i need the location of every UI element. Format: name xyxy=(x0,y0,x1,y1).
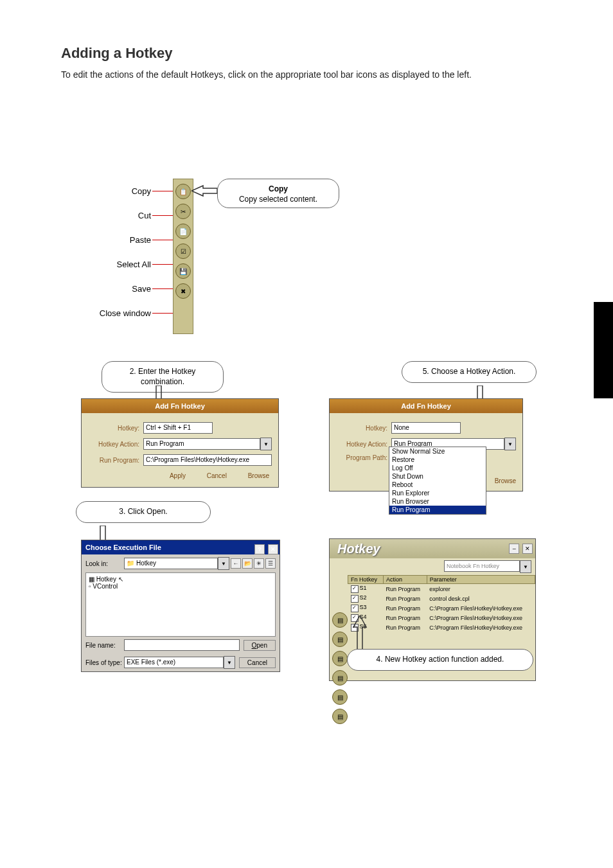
action-field[interactable]: Run Program xyxy=(143,438,260,450)
side-icon[interactable]: ▤ xyxy=(332,689,348,705)
dialog-title: Choose Execution File ? ✕ xyxy=(82,540,280,554)
filetype-label: Files of type: xyxy=(85,659,124,666)
table-row[interactable]: ✓S3Run ProgramC:\Program Files\Hotkey\Ho… xyxy=(348,603,535,613)
browse-button[interactable]: Browse xyxy=(495,477,516,484)
dropdown-option[interactable]: Reboot xyxy=(389,481,486,489)
checkbox-icon[interactable]: ✓ xyxy=(351,595,359,603)
side-icon[interactable]: ▤ xyxy=(332,651,348,666)
filetype-dropdown-icon[interactable]: ▼ xyxy=(224,656,235,669)
close-icon[interactable]: ✕ xyxy=(268,544,278,554)
runprogram-field[interactable]: C:\Program Files\Hotkey\Hotkey.exe xyxy=(143,454,272,466)
hotkey-field-label: Hotkey: xyxy=(336,425,391,432)
file-item[interactable]: ▫ VControl xyxy=(89,583,272,590)
hotkey-table: Fn Hotkey Action Parameter ✓S1Run Progra… xyxy=(348,575,535,632)
checkbox-icon[interactable]: ✓ xyxy=(351,605,359,612)
action-dropdown-icon[interactable]: ▼ xyxy=(504,438,516,450)
copy-icon[interactable]: 📋 xyxy=(175,184,191,199)
filename-input[interactable] xyxy=(124,639,240,651)
new-folder-icon[interactable]: ✳ xyxy=(254,558,264,569)
hotkey-field[interactable]: Ctrl + Shift + F1 xyxy=(143,422,213,434)
table-row[interactable]: ✓S4Run ProgramC:\Program Files\Hotkey\Ho… xyxy=(348,613,535,623)
toolbar-label-selectall: Select All xyxy=(61,260,151,269)
folder-icon: 📁 xyxy=(127,558,134,569)
mode-dropdown-icon[interactable]: ▼ xyxy=(520,560,531,573)
col-fnhotkey[interactable]: Fn Hotkey xyxy=(348,576,384,584)
toolbar-label-paste: Paste xyxy=(61,235,151,245)
svg-marker-4 xyxy=(353,616,366,653)
table-row[interactable]: ✓S5Run ProgramC:\Program Files\Hotkey\Ho… xyxy=(348,623,535,632)
arrow-icon xyxy=(191,183,220,202)
dropdown-option-selected[interactable]: Run Program xyxy=(389,506,486,514)
tooltip-title: Copy xyxy=(269,184,288,193)
action-field-label: Hotkey Action: xyxy=(88,441,143,448)
page-title: Adding a Hotkey xyxy=(61,45,173,62)
open-button[interactable]: OOpenpen xyxy=(244,640,276,651)
side-icon[interactable]: ▤ xyxy=(332,670,348,686)
toolbar-label-save: Save xyxy=(61,284,151,294)
close-window-icon[interactable]: ✖ xyxy=(175,283,191,299)
side-icon[interactable]: ▤ xyxy=(332,709,348,724)
file-open-dialog: Choose Execution File ? ✕ Look in: 📁 Hot… xyxy=(81,540,280,672)
toolbar-label-close: Close window xyxy=(61,308,151,318)
dialog-title: Add Fn Hotkey xyxy=(82,399,278,413)
cut-icon[interactable]: ✂ xyxy=(175,204,191,219)
mode-select[interactable]: Notebook Fn Hotkey xyxy=(444,560,520,572)
help-icon[interactable]: ? xyxy=(254,544,265,554)
hotkey-toolbar: 📋 ✂ 📄 ☑ 💾 ✖ xyxy=(173,179,193,334)
table-row[interactable]: ✓S2Run Programcontrol desk.cpl xyxy=(348,594,535,603)
select-all-icon[interactable]: ☑ xyxy=(175,244,191,259)
label-line xyxy=(152,264,173,265)
apply-button[interactable]: Apply xyxy=(170,472,186,479)
dropdown-option[interactable]: Restore xyxy=(389,456,486,464)
dropdown-option[interactable]: Log Off xyxy=(389,464,486,472)
action-field-label: Hotkey Action: xyxy=(336,441,391,448)
minimize-icon[interactable]: – xyxy=(509,544,519,554)
paste-icon[interactable]: 📄 xyxy=(175,224,191,239)
runprogram-field-label: Run Program: xyxy=(88,457,143,464)
callout-step-3: 3. Click Open. xyxy=(76,501,211,523)
side-icon[interactable]: ▤ xyxy=(332,632,348,647)
callout-step-4: 4. New Hotkey action function added. xyxy=(347,649,533,671)
action-dropdown-icon[interactable]: ▼ xyxy=(260,438,272,450)
label-line xyxy=(152,191,173,191)
dialog-title: Add Fn Hotkey xyxy=(330,399,522,413)
add-hotkey-dialog: Add Fn Hotkey Hotkey: Ctrl + Shift + F1 … xyxy=(81,398,279,488)
table-row[interactable]: ✓S1Run Programexplorer xyxy=(348,584,535,594)
checkbox-icon[interactable]: ✓ xyxy=(351,585,359,593)
tooltip-copy-callout: Copy Copy selected content. xyxy=(217,179,339,208)
back-icon[interactable]: ← xyxy=(231,558,241,569)
cancel-button[interactable]: Cancel xyxy=(207,472,227,479)
add-hotkey-dialog-dropdown: Add Fn Hotkey Hotkey: None Hotkey Action… xyxy=(329,398,523,492)
close-icon[interactable]: ✕ xyxy=(522,544,533,554)
tooltip-sub: Copy selected content. xyxy=(239,195,317,204)
side-toolbar: ▤ ▤ ▤ ▤ ▤ ▤ xyxy=(332,608,345,728)
window-title: Hotkey xyxy=(332,542,380,556)
cancel-button[interactable]: Cancel xyxy=(239,657,276,668)
dropdown-option[interactable]: Show Normal Size xyxy=(389,447,486,456)
filename-label: File name: xyxy=(85,642,124,649)
view-menu-icon[interactable]: ☰ xyxy=(265,558,276,569)
browse-button[interactable]: Browse xyxy=(248,472,269,479)
intro-paragraph: To edit the actions of the default Hotke… xyxy=(61,67,511,82)
col-action[interactable]: Action xyxy=(384,576,427,584)
label-line xyxy=(152,288,173,289)
col-parameter[interactable]: Parameter xyxy=(427,576,535,584)
label-line xyxy=(152,215,173,216)
hotkey-field[interactable]: None xyxy=(391,422,461,434)
action-dropdown-list[interactable]: Show Normal Size Restore Log Off Shut Do… xyxy=(389,447,486,515)
dropdown-option[interactable]: Run Explorer xyxy=(389,489,486,497)
filetype-select[interactable]: EXE Files (*.exe) xyxy=(124,657,224,668)
dropdown-option[interactable]: Run Browser xyxy=(389,497,486,506)
arrow-icon xyxy=(352,616,368,653)
label-line xyxy=(152,240,173,240)
up-folder-icon[interactable]: 📂 xyxy=(242,558,253,569)
page-side-tab xyxy=(594,302,613,398)
file-item[interactable]: ▦ Hotkey ↖ xyxy=(89,576,272,583)
lookin-dropdown-icon[interactable]: ▼ xyxy=(218,557,229,570)
save-icon[interactable]: 💾 xyxy=(175,263,191,279)
dropdown-option[interactable]: Shut Down xyxy=(389,472,486,481)
side-icon[interactable]: ▤ xyxy=(332,612,348,628)
file-list[interactable]: ▦ Hotkey ↖ ▫ VControl xyxy=(85,572,276,637)
toolbar-label-cut: Cut xyxy=(61,211,151,220)
dialog-title-text: Choose Execution File xyxy=(85,544,161,551)
